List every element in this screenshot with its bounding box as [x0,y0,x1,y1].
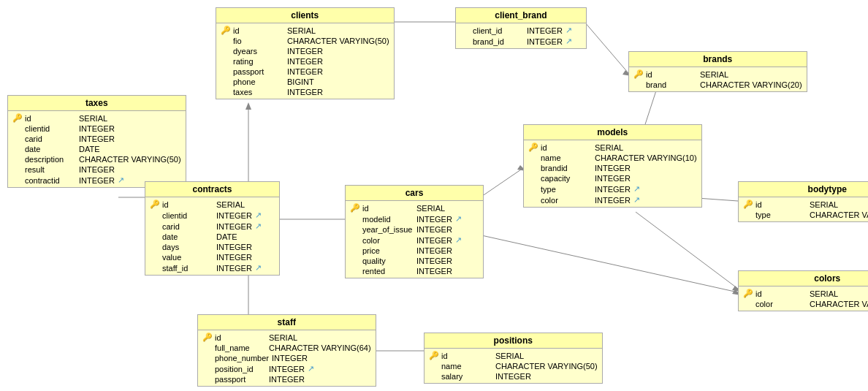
svg-line-18 [636,212,738,289]
table-brands-header: brands [629,52,807,67]
table-row: date DATE [148,232,276,242]
table-row: 🔑 id SERIAL [427,350,599,361]
table-colors-header: colors [739,271,868,286]
table-row: result INTEGER [11,164,183,175]
key-icon: 🔑 [528,143,538,152]
svg-marker-7 [245,102,251,110]
table-row: color CHARACTER VARYING(40) [742,299,868,309]
table-row: 🔑 id SERIAL [527,142,698,153]
table-row: carid INTEGER ↗ [148,221,276,232]
table-row: 🔑 id SERIAL [742,199,868,210]
table-brands: brands 🔑 id SERIAL brand CHARACTER VARYI… [628,51,807,92]
table-row: rented INTEGER [349,266,480,276]
table-row: 🔑 id SERIAL [219,25,391,36]
table-row: phone_number INTEGER [201,353,373,363]
table-row: client_id INTEGER ↗ [459,25,583,36]
table-row: 🔑 id SERIAL [349,202,480,213]
fk-icon: ↗ [308,364,314,373]
table-colors: colors 🔑 id SERIAL color CHARACTER VARYI… [738,270,868,311]
table-models: models 🔑 id SERIAL name CHARACTER VARYIN… [523,124,702,208]
fk-icon: ↗ [566,26,572,35]
fk-icon: ↗ [455,214,462,224]
table-clients-header: clients [216,8,394,23]
table-row: name CHARACTER VARYING(10) [527,153,698,163]
table-row: date DATE [11,144,183,154]
table-row: carid INTEGER [11,134,183,144]
table-row: staff_id INTEGER ↗ [148,262,276,273]
fk-icon: ↗ [566,37,572,46]
fk-icon: ↗ [455,235,462,245]
table-row: year_of_issue INTEGER [349,224,480,235]
table-clients: clients 🔑 id SERIAL fio CHARACTER VARYIN… [216,7,395,99]
fk-icon: ↗ [633,195,640,205]
table-cars: cars 🔑 id SERIAL modelid INTEGER ↗ year_… [345,185,484,278]
table-row: rating INTEGER [219,56,391,67]
table-taxes: taxes 🔑 id SERIAL clientid INTEGER carid… [7,95,186,188]
table-row: days INTEGER [148,242,276,252]
table-row: 🔑 id SERIAL [742,288,868,299]
key-icon: 🔑 [743,200,753,209]
table-row: position_id INTEGER ↗ [201,363,373,374]
table-row: value INTEGER [148,252,276,262]
table-row: modelid INTEGER ↗ [349,213,480,224]
table-row: brandid INTEGER [527,163,698,173]
svg-line-14 [475,234,738,292]
table-row: phone BIGINT [219,77,391,87]
table-row: clientid INTEGER ↗ [148,210,276,221]
table-row: 🔑 id SERIAL [201,332,373,343]
key-icon: 🔑 [202,333,213,342]
table-row: salary INTEGER [427,371,599,381]
table-cars-header: cars [346,186,483,201]
table-row: color INTEGER ↗ [527,194,698,205]
fk-icon: ↗ [633,184,640,194]
key-icon: 🔑 [221,26,231,35]
table-row: brand CHARACTER VARYING(20) [632,80,804,90]
table-models-header: models [524,125,701,140]
table-row: full_name CHARACTER VARYING(64) [201,343,373,353]
table-row: passport INTEGER [219,67,391,77]
table-row: clientid INTEGER [11,124,183,134]
table-positions: positions 🔑 id SERIAL name CHARACTER VAR… [424,333,603,384]
table-contracts: contracts 🔑 id SERIAL clientid INTEGER ↗… [145,181,280,276]
svg-line-4 [585,22,628,73]
table-row: price INTEGER [349,246,480,256]
table-row: dyears INTEGER [219,46,391,56]
table-staff: staff 🔑 id SERIAL full_name CHARACTER VA… [197,314,376,387]
fk-icon: ↗ [118,175,124,185]
table-row: type CHARACTER VARYING(20) [742,210,868,220]
table-bodytype-header: bodytype [739,182,868,197]
table-row: type INTEGER ↗ [527,183,698,194]
table-taxes-header: taxes [8,96,186,111]
diagram-canvas: taxes 🔑 id SERIAL clientid INTEGER carid… [0,0,868,391]
table-row: name CHARACTER VARYING(50) [427,361,599,371]
table-row: 🔑 id SERIAL [11,113,183,124]
table-row: color INTEGER ↗ [349,235,480,246]
fk-icon: ↗ [255,221,262,231]
key-icon: 🔑 [350,203,360,213]
table-client-brand: client_brand client_id INTEGER ↗ brand_i… [455,7,587,49]
key-icon: 🔑 [150,200,160,209]
key-icon: 🔑 [743,289,753,298]
table-row: quality INTEGER [349,256,480,266]
table-bodytype: bodytype 🔑 id SERIAL type CHARACTER VARY… [738,181,868,222]
table-row: 🔑 id SERIAL [148,199,276,210]
table-row: taxes INTEGER [219,87,391,97]
table-row: description CHARACTER VARYING(50) [11,154,183,164]
table-client-brand-header: client_brand [456,8,586,23]
fk-icon: ↗ [255,210,262,220]
table-row: 🔑 id SERIAL [632,69,804,80]
key-icon: 🔑 [429,351,439,360]
fk-icon: ↗ [255,263,262,273]
table-positions-header: positions [425,333,602,349]
table-staff-header: staff [198,315,376,330]
table-row: capacity INTEGER [527,173,698,183]
table-row: brand_id INTEGER ↗ [459,36,583,47]
key-icon: 🔑 [12,113,23,123]
table-row: passport INTEGER [201,374,373,384]
table-contracts-header: contracts [145,182,279,197]
key-icon: 🔑 [633,69,644,79]
table-row: fio CHARACTER VARYING(50) [219,36,391,46]
